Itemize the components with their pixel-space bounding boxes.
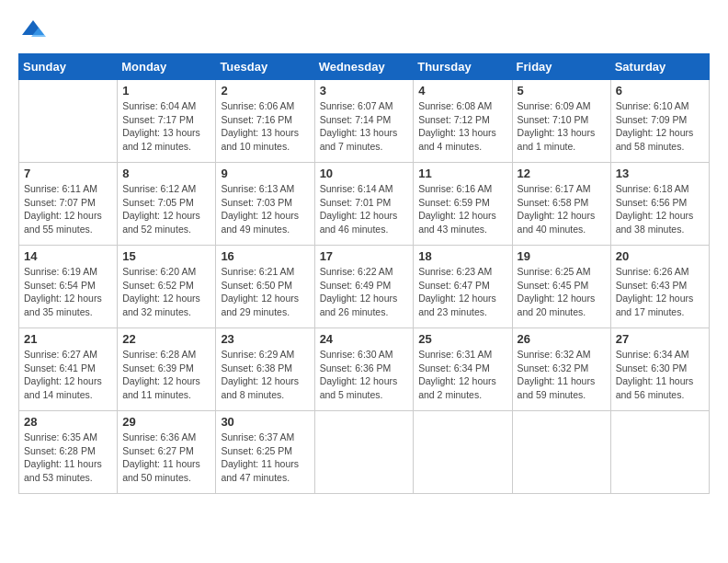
day-detail: Sunrise: 6:17 AM Sunset: 6:58 PM Dayligh… [518,182,606,236]
day-detail: Sunrise: 6:10 AM Sunset: 7:09 PM Dayligh… [616,99,704,154]
day-number: 5 [518,84,606,98]
day-number: 7 [24,167,112,180]
day-detail: Sunrise: 6:07 AM Sunset: 7:14 PM Dayligh… [320,99,409,154]
day-number: 16 [221,249,309,263]
col-header-thursday: Thursday [414,54,512,80]
day-detail: Sunrise: 6:34 AM Sunset: 6:30 PM Dayligh… [616,348,704,402]
calendar-cell: 9Sunrise: 6:13 AM Sunset: 7:03 PM Daylig… [216,163,314,246]
day-number: 11 [418,167,506,180]
day-detail: Sunrise: 6:22 AM Sunset: 6:49 PM Dayligh… [320,265,409,319]
week-row-2: 7Sunrise: 6:11 AM Sunset: 7:07 PM Daylig… [19,163,710,246]
calendar-cell: 23Sunrise: 6:29 AM Sunset: 6:38 PM Dayli… [216,328,314,411]
calendar-cell: 15Sunrise: 6:20 AM Sunset: 6:52 PM Dayli… [118,246,216,328]
day-detail: Sunrise: 6:14 AM Sunset: 7:01 PM Dayligh… [320,182,409,236]
day-detail: Sunrise: 6:04 AM Sunset: 7:17 PM Dayligh… [122,99,210,154]
calendar-cell: 29Sunrise: 6:36 AM Sunset: 6:27 PM Dayli… [118,411,216,494]
day-detail: Sunrise: 6:31 AM Sunset: 6:34 PM Dayligh… [418,348,506,402]
day-number: 19 [518,249,606,263]
calendar-cell: 20Sunrise: 6:26 AM Sunset: 6:43 PM Dayli… [610,246,709,328]
day-number: 4 [418,84,506,98]
calendar-cell: 26Sunrise: 6:32 AM Sunset: 6:32 PM Dayli… [512,328,610,411]
day-detail: Sunrise: 6:28 AM Sunset: 6:39 PM Dayligh… [122,348,210,402]
day-number: 27 [616,332,704,346]
week-row-1: 1Sunrise: 6:04 AM Sunset: 7:17 PM Daylig… [19,80,710,163]
calendar-cell: 18Sunrise: 6:23 AM Sunset: 6:47 PM Dayli… [414,246,512,328]
calendar-cell: 21Sunrise: 6:27 AM Sunset: 6:41 PM Dayli… [19,328,118,411]
day-number: 20 [616,249,704,263]
calendar-cell: 14Sunrise: 6:19 AM Sunset: 6:54 PM Dayli… [19,246,118,328]
calendar-cell: 3Sunrise: 6:07 AM Sunset: 7:14 PM Daylig… [314,80,414,163]
calendar-cell: 12Sunrise: 6:17 AM Sunset: 6:58 PM Dayli… [512,163,610,246]
calendar-cell: 17Sunrise: 6:22 AM Sunset: 6:49 PM Dayli… [314,246,414,328]
day-detail: Sunrise: 6:30 AM Sunset: 6:36 PM Dayligh… [320,348,409,402]
day-number: 8 [122,167,210,180]
day-number: 24 [320,332,409,346]
week-row-3: 14Sunrise: 6:19 AM Sunset: 6:54 PM Dayli… [19,246,710,328]
week-row-4: 21Sunrise: 6:27 AM Sunset: 6:41 PM Dayli… [19,328,710,411]
logo [18,18,48,39]
calendar-cell: 22Sunrise: 6:28 AM Sunset: 6:39 PM Dayli… [118,328,216,411]
day-number: 25 [418,332,506,346]
day-detail: Sunrise: 6:12 AM Sunset: 7:05 PM Dayligh… [122,182,210,236]
day-detail: Sunrise: 6:29 AM Sunset: 6:38 PM Dayligh… [221,348,309,402]
day-detail: Sunrise: 6:25 AM Sunset: 6:45 PM Dayligh… [518,265,606,319]
col-header-wednesday: Wednesday [314,54,414,80]
calendar-cell: 11Sunrise: 6:16 AM Sunset: 6:59 PM Dayli… [414,163,512,246]
day-number: 30 [221,415,309,429]
day-detail: Sunrise: 6:13 AM Sunset: 7:03 PM Dayligh… [221,182,309,236]
calendar-header-row: SundayMondayTuesdayWednesdayThursdayFrid… [19,54,710,80]
day-number: 28 [24,415,112,429]
day-number: 9 [221,167,309,180]
calendar-cell: 4Sunrise: 6:08 AM Sunset: 7:12 PM Daylig… [414,80,512,163]
day-detail: Sunrise: 6:32 AM Sunset: 6:32 PM Dayligh… [518,348,606,402]
day-number: 14 [24,249,112,263]
day-number: 22 [122,332,210,346]
calendar-cell: 1Sunrise: 6:04 AM Sunset: 7:17 PM Daylig… [118,80,216,163]
day-number: 17 [320,249,409,263]
calendar-cell: 5Sunrise: 6:09 AM Sunset: 7:10 PM Daylig… [512,80,610,163]
calendar-cell: 30Sunrise: 6:37 AM Sunset: 6:25 PM Dayli… [216,411,314,494]
col-header-friday: Friday [512,54,610,80]
day-detail: Sunrise: 6:18 AM Sunset: 6:56 PM Dayligh… [616,182,704,236]
calendar-cell [19,80,118,163]
day-number: 12 [518,167,606,180]
calendar-cell: 6Sunrise: 6:10 AM Sunset: 7:09 PM Daylig… [610,80,709,163]
calendar-cell [512,411,610,494]
day-number: 10 [320,167,409,180]
calendar-cell [414,411,512,494]
day-number: 3 [320,84,409,98]
calendar-cell: 25Sunrise: 6:31 AM Sunset: 6:34 PM Dayli… [414,328,512,411]
calendar-cell: 2Sunrise: 6:06 AM Sunset: 7:16 PM Daylig… [216,80,314,163]
day-detail: Sunrise: 6:16 AM Sunset: 6:59 PM Dayligh… [418,182,506,236]
calendar-cell: 24Sunrise: 6:30 AM Sunset: 6:36 PM Dayli… [314,328,414,411]
calendar-cell: 7Sunrise: 6:11 AM Sunset: 7:07 PM Daylig… [19,163,118,246]
day-detail: Sunrise: 6:19 AM Sunset: 6:54 PM Dayligh… [24,265,112,319]
day-detail: Sunrise: 6:21 AM Sunset: 6:50 PM Dayligh… [221,265,309,319]
day-detail: Sunrise: 6:35 AM Sunset: 6:28 PM Dayligh… [24,431,112,485]
day-number: 18 [418,249,506,263]
day-detail: Sunrise: 6:11 AM Sunset: 7:07 PM Dayligh… [24,182,112,236]
day-number: 29 [122,415,210,429]
day-detail: Sunrise: 6:26 AM Sunset: 6:43 PM Dayligh… [616,265,704,319]
col-header-tuesday: Tuesday [216,54,314,80]
calendar-table: SundayMondayTuesdayWednesdayThursdayFrid… [18,53,710,494]
day-number: 23 [221,332,309,346]
calendar-cell [610,411,709,494]
day-number: 13 [616,167,704,180]
calendar-cell: 8Sunrise: 6:12 AM Sunset: 7:05 PM Daylig… [118,163,216,246]
day-detail: Sunrise: 6:36 AM Sunset: 6:27 PM Dayligh… [122,431,210,485]
page-header [18,18,710,39]
day-number: 6 [616,84,704,98]
calendar-cell: 28Sunrise: 6:35 AM Sunset: 6:28 PM Dayli… [19,411,118,494]
calendar-cell: 19Sunrise: 6:25 AM Sunset: 6:45 PM Dayli… [512,246,610,328]
day-detail: Sunrise: 6:27 AM Sunset: 6:41 PM Dayligh… [24,348,112,402]
day-number: 1 [122,84,210,98]
week-row-5: 28Sunrise: 6:35 AM Sunset: 6:28 PM Dayli… [19,411,710,494]
calendar-cell: 13Sunrise: 6:18 AM Sunset: 6:56 PM Dayli… [610,163,709,246]
col-header-sunday: Sunday [19,54,118,80]
col-header-monday: Monday [118,54,216,80]
day-detail: Sunrise: 6:20 AM Sunset: 6:52 PM Dayligh… [122,265,210,319]
col-header-saturday: Saturday [610,54,709,80]
calendar-cell [314,411,414,494]
day-number: 21 [24,332,112,346]
